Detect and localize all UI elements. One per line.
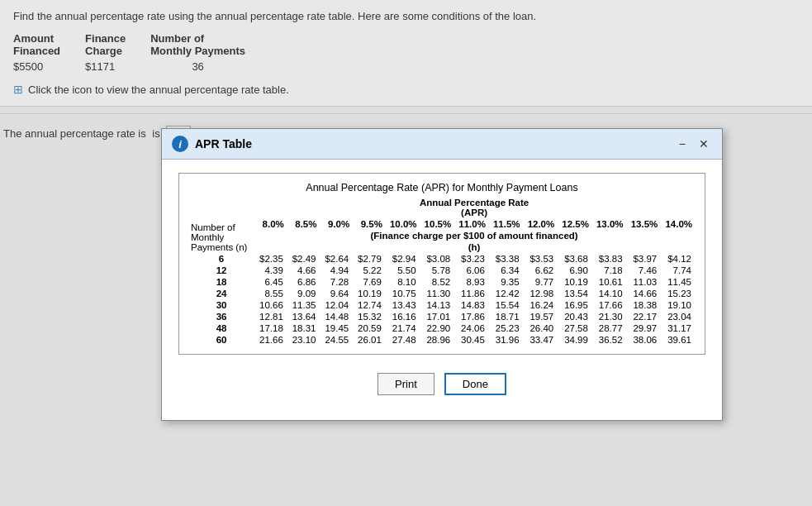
rate-value: 20.43	[557, 311, 591, 322]
info-icon: i	[172, 136, 188, 152]
table-row: 186.456.867.287.698.108.528.939.359.7710…	[189, 276, 695, 288]
rate-value: 14.48	[320, 311, 353, 322]
rate-value: 14.66	[626, 288, 661, 299]
rate-value: 23.04	[660, 311, 695, 322]
rate-value: 5.78	[420, 265, 454, 276]
rate-value: 14.13	[420, 299, 454, 311]
rate-header: 13.0%	[591, 218, 626, 230]
rate-value: 18.31	[287, 322, 320, 334]
rate-value: 11.86	[453, 288, 488, 299]
rate-value: 26.40	[523, 322, 558, 334]
rate-value: 28.96	[420, 334, 454, 346]
rate-value: 4.94	[320, 265, 353, 276]
rate-value: 30.45	[453, 334, 488, 346]
rate-header: 9.0%	[320, 218, 353, 230]
rate-header: 8.5%	[287, 218, 320, 230]
rate-value: 10.75	[385, 288, 420, 299]
rate-value: 39.61	[660, 334, 695, 346]
print-button[interactable]: Print	[378, 373, 434, 395]
rate-value: 19.45	[320, 322, 353, 334]
rate-value: 24.06	[453, 322, 488, 334]
table-row: 6$2.35$2.49$2.64$2.79$2.94$3.08$3.23$3.3…	[189, 253, 695, 265]
rate-value: 36.52	[591, 334, 626, 346]
rate-value: 18.38	[626, 299, 661, 311]
minimize-button[interactable]: −	[676, 137, 689, 150]
rate-value: 27.48	[385, 334, 420, 346]
rate-value: 17.66	[591, 299, 626, 311]
table-row: 3612.8113.6414.4815.3216.1617.0117.8618.…	[189, 311, 695, 322]
rate-value: 5.50	[385, 265, 420, 276]
rate-header: 14.0%	[660, 218, 695, 230]
rate-value: $2.49	[287, 253, 320, 265]
rate-value: $2.35	[254, 253, 287, 265]
rate-header: 13.5%	[626, 218, 661, 230]
rate-value: 12.42	[488, 288, 523, 299]
rate-value: 6.34	[488, 265, 523, 276]
rate-header: 12.0%	[523, 218, 558, 230]
rate-value: 16.24	[523, 299, 558, 311]
col-left-header-1: Number of	[191, 222, 235, 232]
rate-value: $3.97	[626, 253, 661, 265]
rate-value: $4.12	[660, 253, 695, 265]
rate-value: 28.77	[591, 322, 626, 334]
table-row: 4817.1818.3119.4520.5921.7422.9024.0625.…	[189, 322, 695, 334]
rate-value: 31.17	[660, 322, 695, 334]
table-subtitle1: Annual Percentage Rate	[420, 198, 529, 208]
rate-value: 16.95	[557, 299, 591, 311]
apr-table-container: Annual Percentage Rate (APR) for Monthly…	[178, 173, 705, 355]
rate-value: 14.83	[453, 299, 488, 311]
rate-value: 9.09	[287, 288, 320, 299]
rate-value: 17.86	[453, 311, 488, 322]
rate-value: 16.16	[385, 311, 420, 322]
rate-value: 15.32	[352, 311, 385, 322]
rate-value: 33.47	[523, 334, 558, 346]
close-button[interactable]: ✕	[696, 137, 712, 150]
rate-value: 5.22	[352, 265, 385, 276]
rate-value: 11.35	[287, 299, 320, 311]
rate-value: $3.23	[453, 253, 488, 265]
rate-value: 13.64	[287, 311, 320, 322]
payments-n: 48	[189, 322, 254, 334]
rate-value: 9.35	[488, 276, 523, 288]
rate-value: 7.74	[660, 265, 695, 276]
col-left-header-2: Monthly	[191, 232, 224, 242]
modal-window: i APR Table − ✕ Annual Percentage Rate (…	[161, 128, 723, 421]
rate-value: 11.03	[626, 276, 661, 288]
rate-value: $3.38	[488, 253, 523, 265]
rate-value: $3.53	[523, 253, 558, 265]
rate-value: 7.46	[626, 265, 661, 276]
rate-value: 6.45	[254, 276, 287, 288]
rate-value: 10.19	[557, 276, 591, 288]
rate-value: $3.68	[557, 253, 591, 265]
rate-value: 17.01	[420, 311, 454, 322]
rate-value: 7.69	[352, 276, 385, 288]
rate-header: 10.0%	[385, 218, 420, 230]
rate-header: 10.5%	[420, 218, 454, 230]
rate-value: 6.06	[453, 265, 488, 276]
modal-title: APR Table	[195, 137, 252, 150]
rate-value: 6.62	[523, 265, 558, 276]
rate-value: 31.96	[488, 334, 523, 346]
rate-value: $3.83	[591, 253, 626, 265]
apr-table-main-title: Annual Percentage Rate (APR) for Monthly…	[189, 182, 695, 193]
rate-value: 21.66	[254, 334, 287, 346]
rate-header: 11.0%	[453, 218, 488, 230]
modal-footer: Print Done	[178, 366, 705, 407]
done-button[interactable]: Done	[444, 373, 506, 395]
rate-value: 13.43	[385, 299, 420, 311]
rate-value: 6.90	[557, 265, 591, 276]
rate-value: 15.23	[660, 288, 695, 299]
payments-n: 60	[189, 334, 254, 346]
rate-value: 14.10	[591, 288, 626, 299]
rate-value: 21.74	[385, 322, 420, 334]
rate-value: 8.55	[254, 288, 287, 299]
rate-value: 10.66	[254, 299, 287, 311]
rate-value: 18.71	[488, 311, 523, 322]
table-row: 3010.6611.3512.0412.7413.4314.1314.8315.…	[189, 299, 695, 311]
payments-n: 36	[189, 311, 254, 322]
rate-value: 6.86	[287, 276, 320, 288]
table-subtitle2: (APR)	[461, 208, 487, 217]
rate-value: 10.61	[591, 276, 626, 288]
rate-value: 34.99	[557, 334, 591, 346]
rate-value: 22.17	[626, 311, 661, 322]
